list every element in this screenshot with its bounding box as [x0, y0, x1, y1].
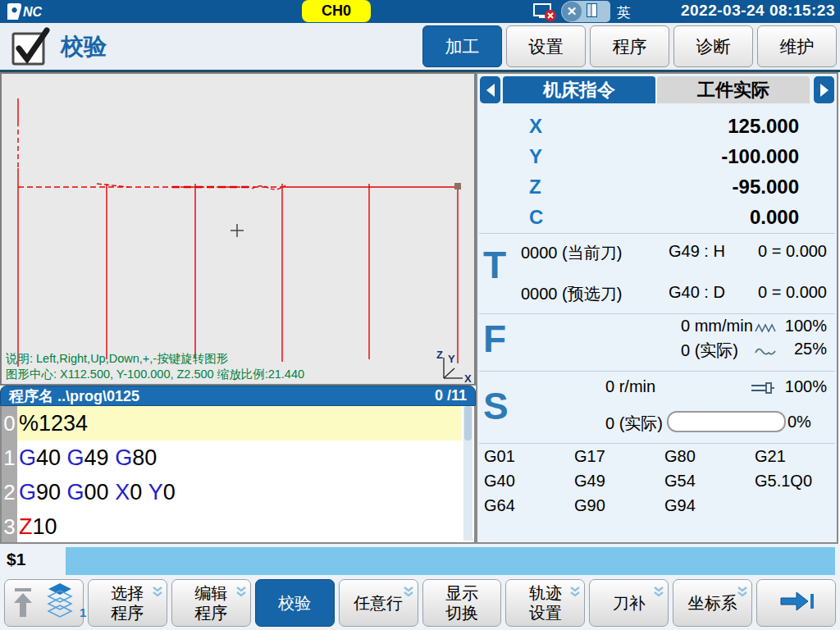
toolpath-graphics-panel: Z Y X 说明: Left,Right,Up,Down,+,-按键旋转图形 图…: [0, 72, 476, 386]
more-options-icon: [151, 582, 164, 602]
modal-gcode: G5.1Q0: [755, 472, 840, 496]
svg-text:X: X: [464, 372, 472, 384]
modal-gcode-grid: G01G17G80G21G40G49G54G5.1Q0G64G90G94: [484, 447, 840, 521]
more-options-icon: [736, 582, 749, 602]
channel-badge[interactable]: CH0: [302, 0, 371, 22]
program-line[interactable]: 1G40 G49 G80: [2, 441, 474, 475]
rapid-override-icon: [755, 342, 776, 361]
program-line-counter: 0 /11: [435, 387, 467, 404]
message-bar: [66, 547, 835, 575]
modal-gcode: G64: [484, 496, 574, 521]
softkey-next-page[interactable]: [756, 579, 836, 627]
axis-position-list: X 125.000 Y -100.000 Z -95.000 C 0.000: [477, 112, 837, 233]
coordinate-triad-icon: Z Y X: [436, 349, 472, 384]
softkey-校验[interactable]: 校验: [255, 579, 335, 627]
program-line[interactable]: 2G90 G00 X0 Y0: [2, 475, 474, 509]
program-header-bar: 程序名 ..\prog\0125 0 /11: [0, 386, 476, 406]
tab-diagnosis[interactable]: 诊断: [673, 25, 753, 67]
hnc-logo-icon: NC: [7, 2, 51, 24]
modal-gcode: G94: [664, 496, 755, 521]
axis-row: Y -100.000: [477, 142, 837, 172]
softkey-label: 轨迹: [529, 583, 562, 603]
feed-row-actual: 0 (实际) 25%: [477, 340, 837, 359]
channel-label: $1: [7, 550, 25, 569]
modal-gcode: G21: [755, 447, 840, 472]
softkey-label: 坐标系: [688, 593, 737, 613]
program-line[interactable]: 0%1234: [2, 406, 474, 441]
language-indicator[interactable]: 英: [617, 3, 631, 22]
program-scrollbar[interactable]: [463, 406, 472, 541]
section-divider: [479, 313, 835, 314]
system-datetime: 2022-03-24 08:15:23: [681, 2, 835, 20]
softkey-bar: 1选择程序编辑程序校验任意行显示切换轨迹设置刀补坐标系: [0, 577, 840, 630]
program-line[interactable]: 3Z10: [2, 509, 474, 544]
modal-gcode: G90: [574, 496, 664, 521]
toolpath-plot: Z Y X 说明: Left,Right,Up,Down,+,-按键旋转图形 图…: [2, 74, 474, 384]
spindle-load-bar: [667, 411, 786, 432]
softkey-label: 设置: [529, 603, 562, 623]
svg-text:NC: NC: [23, 5, 43, 19]
program-line-text: G40 G49 G80: [17, 441, 474, 475]
tab-maintenance[interactable]: 维护: [757, 25, 837, 67]
graphics-hint-line2: 图形中心: X112.500, Y-100.000, Z2.500 缩放比例:2…: [6, 368, 304, 381]
program-name: 程序名 ..\prog\0125: [9, 386, 139, 406]
softkey-label: 选择: [111, 583, 144, 603]
program-line-number: 3: [2, 514, 17, 540]
axis-row: C 0.000: [477, 203, 837, 233]
more-options-icon: [568, 582, 582, 602]
softkey-选择程序[interactable]: 选择程序: [88, 579, 167, 627]
tab-settings[interactable]: 设置: [506, 25, 586, 67]
next-coord-view-button[interactable]: [814, 76, 834, 103]
crosshair-icon: [231, 224, 244, 237]
softkey-轨迹设置[interactable]: 轨迹设置: [505, 579, 585, 627]
program-lines: 0%12341G40 G49 G802G90 G00 X0 Y03Z10: [2, 406, 474, 544]
prev-coord-view-button[interactable]: [480, 76, 500, 103]
tab-workpiece-actual[interactable]: 工件实际: [657, 76, 810, 103]
tool-position-marker: [454, 183, 461, 189]
program-line-text: G90 G00 X0 Y0: [17, 475, 474, 509]
modal-gcode: G01: [484, 447, 574, 472]
home-arrow-icon: [11, 584, 37, 623]
spindle-override-icon: [750, 380, 776, 399]
top-bar: NC CH0 ✕ 英 2022-03-24 08:15:23: [0, 0, 840, 23]
svg-text:Z: Z: [436, 349, 443, 361]
tool-row-current: 0000 (当前刀) G49 : H 0 = 0.000: [477, 242, 837, 262]
softkey-label: 校验: [278, 593, 311, 613]
page-title: 校验: [61, 23, 107, 70]
program-line-number: 0: [2, 411, 17, 436]
section-divider: [479, 233, 835, 234]
machine-status-panel: 机床指令 工件实际 X 125.000 Y -100.000 Z -95.000…: [476, 72, 838, 544]
tab-machining[interactable]: 加工: [422, 25, 502, 67]
more-options-icon: [402, 582, 415, 602]
program-scrollbar-thumb[interactable]: [464, 406, 472, 441]
softkey-label: 编辑: [194, 583, 227, 603]
tab-program[interactable]: 程序: [590, 25, 669, 67]
status-bar: $1: [0, 544, 840, 577]
tool-row-preselect: 0000 (预选刀) G40 : D 0 = 0.000: [477, 283, 837, 303]
verify-check-icon: [10, 26, 52, 71]
softkey-label: 程序: [194, 603, 227, 623]
input-method-indicator[interactable]: ✕: [561, 1, 610, 22]
softkey-任意行[interactable]: 任意行: [339, 579, 418, 627]
feed-override-icon: [755, 319, 776, 338]
softkey-label: 任意行: [354, 593, 403, 613]
tab-machine-command[interactable]: 机床指令: [503, 76, 655, 103]
next-page-arrow-icon: [778, 590, 815, 617]
softkey-坐标系[interactable]: 坐标系: [673, 579, 752, 627]
program-listing: 0%12341G40 G49 G802G90 G00 X0 Y03Z10: [0, 406, 476, 544]
feed-row-command: 0 mm/min 100%: [477, 317, 837, 336]
spindle-load-percent: 0%: [788, 413, 811, 431]
section-divider: [479, 371, 835, 372]
layer-count-badge: 1: [80, 603, 86, 623]
softkey-刀补[interactable]: 刀补: [589, 579, 669, 627]
softkey-menu-home[interactable]: 1: [4, 579, 84, 627]
modal-gcode: G54: [664, 472, 755, 496]
title-bar: 校验 加工 设置 程序 诊断 维护: [0, 23, 840, 70]
spindle-row-command: 0 r/min 100%: [477, 377, 837, 397]
softkey-编辑程序[interactable]: 编辑程序: [171, 579, 251, 627]
modal-gcode: G17: [574, 447, 664, 472]
spindle-row-actual: 0 (实际) 0%: [477, 413, 837, 432]
axis-row: Z -95.000: [477, 172, 837, 203]
softkey-显示切换[interactable]: 显示切换: [422, 579, 502, 627]
program-line-text: Z10: [17, 509, 474, 544]
